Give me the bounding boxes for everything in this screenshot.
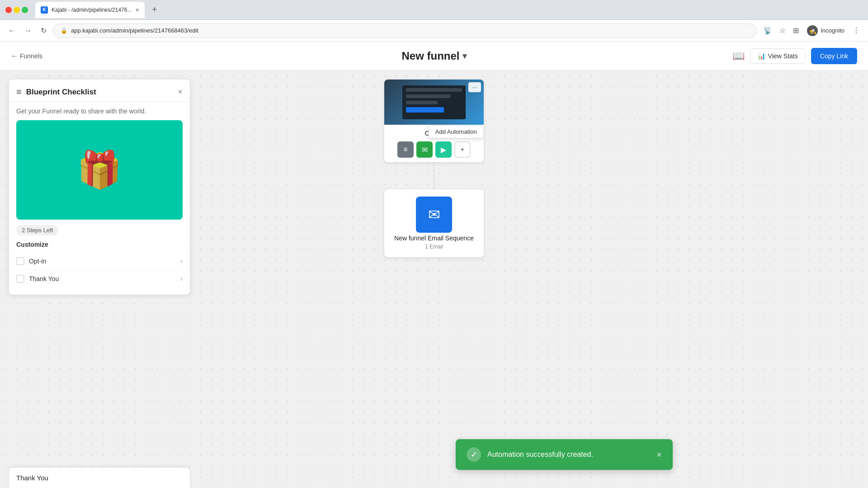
blueprint-header: ≡ Blueprint Checklist × xyxy=(9,80,190,102)
nav-bar: ← → ↻ 🔒 app.kajabi.com/admin/pipelines/2… xyxy=(0,20,868,42)
window-close-btn[interactable] xyxy=(5,7,12,13)
email-icon: ✉ xyxy=(422,145,428,154)
funnel-connector xyxy=(434,162,434,189)
automation-tooltip: Add Automation xyxy=(429,125,484,138)
chart-icon: 📊 xyxy=(758,52,765,60)
tab-close-btn[interactable]: × xyxy=(135,6,139,14)
title-dropdown-arrow[interactable]: ▾ xyxy=(462,51,467,61)
window-minimize-btn[interactable] xyxy=(14,7,20,13)
plus-icon: + xyxy=(460,145,464,154)
back-arrow-icon: ← xyxy=(11,52,18,60)
incognito-avatar: 🕵 xyxy=(807,25,818,36)
incognito-label: Incognito xyxy=(821,27,844,34)
blueprint-panel: ≡ Blueprint Checklist × Get your Funnel … xyxy=(9,80,190,295)
email-envelope-icon: ✉ xyxy=(428,206,440,223)
back-nav-btn[interactable]: ← xyxy=(5,24,18,38)
back-label: Funnels xyxy=(20,52,42,60)
funnel-flow: ··· Opt-in Add Automation ≡ ✉ ▶ xyxy=(384,80,484,257)
optin-chevron: › xyxy=(180,257,183,265)
customize-title: Customize xyxy=(16,241,183,248)
email-sequence-label: New funnel Email Sequence xyxy=(394,235,474,242)
thankyou-label: Thank You xyxy=(29,275,176,282)
book-icon-btn[interactable]: 📖 xyxy=(732,50,745,62)
browser-menu-btn[interactable]: ⋮ xyxy=(850,23,863,38)
tab-title: Kajabi - /admin/pipelines/21476... xyxy=(52,7,132,13)
funnel-name: New funnel xyxy=(401,50,459,62)
thankyou-chevron: › xyxy=(180,275,183,283)
back-to-funnels[interactable]: ← Funnels xyxy=(11,52,42,60)
forward-nav-btn[interactable]: → xyxy=(22,24,34,38)
window-restore-btn[interactable] xyxy=(22,7,28,13)
toast-check-icon: ✓ xyxy=(467,447,481,462)
blueprint-image: 🎁 xyxy=(16,120,183,220)
canvas-area[interactable]: ≡ Blueprint Checklist × Get your Funnel … xyxy=(0,70,868,488)
browser-tab[interactable]: K Kajabi - /admin/pipelines/21476... × xyxy=(35,2,145,18)
cast-icon[interactable]: 📡 xyxy=(760,23,775,38)
kajabi-favicon: K xyxy=(41,6,48,14)
incognito-btn[interactable]: 🕵 Incognito xyxy=(803,23,848,38)
mockup-line-3 xyxy=(406,101,438,104)
thankyou-hint: Thank You xyxy=(9,468,190,488)
window-controls xyxy=(5,7,28,13)
optin-thumbnail: ··· xyxy=(384,80,484,125)
email-sequence-card: ✉ New funnel Email Sequence 1 Email xyxy=(384,189,484,257)
blueprint-title: Blueprint Checklist xyxy=(26,88,174,97)
blueprint-list-icon: ≡ xyxy=(16,87,22,97)
customize-thankyou[interactable]: Thank You › xyxy=(16,270,183,287)
header-actions: 📖 📊 View Stats Copy Link xyxy=(732,48,857,64)
optin-label: Opt-in xyxy=(29,258,176,265)
view-stats-label: View Stats xyxy=(768,52,798,60)
extensions-icon[interactable]: ⊞ xyxy=(790,23,802,38)
thumbnail-mockup xyxy=(402,85,466,119)
view-stats-button[interactable]: 📊 View Stats xyxy=(750,48,806,64)
browser-chrome: K Kajabi - /admin/pipelines/21476... × + xyxy=(0,0,868,20)
page-title: New funnel ▾ xyxy=(401,50,466,62)
add-automation-btn[interactable]: + xyxy=(454,141,471,158)
mockup-line-2 xyxy=(406,94,450,98)
automation-email-btn[interactable]: ✉ xyxy=(416,141,433,158)
new-tab-btn[interactable]: + xyxy=(148,4,161,16)
mockup-line-1 xyxy=(406,88,462,92)
automation-row: Add Automation ≡ ✉ ▶ + xyxy=(384,141,484,162)
list-icon: ≡ xyxy=(403,145,407,154)
thankyou-text: Thank You xyxy=(16,474,48,482)
automation-list-btn[interactable]: ≡ xyxy=(397,141,414,158)
toast-message: Automation successfully created. xyxy=(487,450,650,459)
card-more-btn[interactable]: ··· xyxy=(468,82,481,92)
customize-optin[interactable]: Opt-in › xyxy=(16,253,183,270)
forward-icon: ▶ xyxy=(441,145,446,154)
optin-card: ··· Opt-in Add Automation ≡ ✉ ▶ xyxy=(384,80,484,162)
lock-icon: 🔒 xyxy=(61,28,67,34)
address-bar[interactable]: 🔒 app.kajabi.com/admin/pipelines/2147668… xyxy=(53,23,757,38)
gift-icon: 🎁 xyxy=(77,149,122,191)
customize-section: Customize Opt-in › Thank You › xyxy=(9,241,190,295)
optin-checkbox[interactable] xyxy=(16,257,24,265)
email-sequence-icon: ✉ xyxy=(416,197,452,233)
bookmark-icon[interactable]: ☆ xyxy=(777,23,788,38)
thankyou-checkbox[interactable] xyxy=(16,275,24,283)
reload-btn[interactable]: ↻ xyxy=(38,23,49,38)
toast-notification: ✓ Automation successfully created. × xyxy=(456,439,673,470)
mockup-cta-btn xyxy=(406,107,444,113)
app-header: ← Funnels New funnel ▾ 📖 📊 View Stats Co… xyxy=(0,42,868,70)
steps-left-badge: 2 Steps Left xyxy=(16,225,58,235)
copy-link-button[interactable]: Copy Link xyxy=(811,48,857,64)
email-count: 1 Email xyxy=(425,244,443,250)
toast-close-btn[interactable]: × xyxy=(656,450,662,460)
more-dots-icon: ··· xyxy=(472,84,477,91)
nav-right: 📡 ☆ ⊞ 🕵 Incognito ⋮ xyxy=(760,23,863,38)
blueprint-subtitle: Get your Funnel ready to share with the … xyxy=(9,102,190,120)
url-text: app.kajabi.com/admin/pipelines/214766846… xyxy=(71,27,198,34)
main-content: ≡ Blueprint Checklist × Get your Funnel … xyxy=(0,70,868,488)
automation-forward-btn[interactable]: ▶ xyxy=(435,141,452,158)
blueprint-close-btn[interactable]: × xyxy=(178,87,183,97)
